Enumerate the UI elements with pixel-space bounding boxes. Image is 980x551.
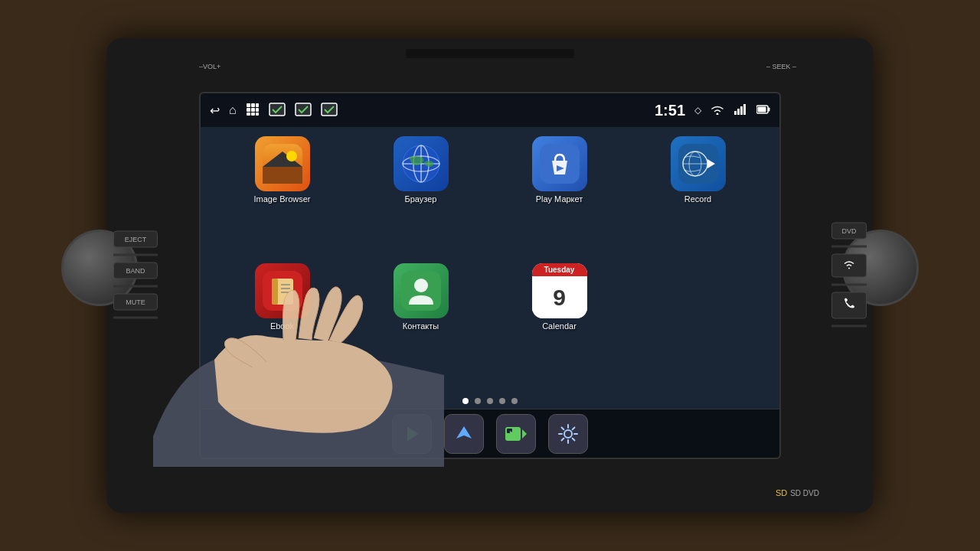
page-dot-4[interactable] — [499, 398, 505, 404]
svg-rect-15 — [740, 106, 743, 115]
svg-point-44 — [414, 279, 428, 292]
svg-rect-6 — [247, 112, 250, 116]
app-contacts-icon — [394, 263, 449, 318]
diamond-icon: ◇ — [694, 105, 701, 116]
calendar-day-name: Tuesday — [532, 263, 587, 276]
svg-rect-13 — [734, 111, 737, 115]
dock-settings-button[interactable] — [548, 414, 588, 454]
app-contacts[interactable]: Контакты — [354, 263, 487, 384]
svg-rect-3 — [247, 108, 250, 112]
app-browser[interactable]: Браузер — [354, 136, 487, 257]
page-dot-1[interactable] — [462, 398, 469, 404]
svg-rect-21 — [263, 167, 302, 184]
left-panel: EJECT BAND MUTE — [113, 231, 158, 321]
app-ebook[interactable]: Ebook — [216, 263, 348, 384]
vol-label: –VOL+ — [199, 63, 220, 70]
dvd-button[interactable]: DVD — [831, 223, 867, 240]
svg-rect-14 — [737, 109, 740, 115]
app-record-label: Record — [684, 194, 711, 204]
svg-rect-11 — [322, 103, 337, 116]
car-unit: –VOL+ – SEEK – EJECT BAND MUTE DVD ↩ ⌂ — [107, 38, 873, 513]
svg-marker-45 — [407, 427, 419, 441]
app-image-browser-label: Image Browser — [254, 194, 311, 204]
task1-button[interactable] — [269, 103, 286, 119]
svg-rect-5 — [256, 108, 259, 112]
mute-button[interactable]: MUTE — [113, 294, 158, 311]
screen: ↩ ⌂ — [199, 92, 781, 459]
svg-rect-0 — [247, 103, 250, 107]
dvd-label: SD DVD — [790, 489, 819, 497]
calendar-day-num: 9 — [532, 276, 587, 318]
page-dot-3[interactable] — [487, 398, 493, 404]
page-dot-2[interactable] — [475, 398, 481, 404]
app-calendar-icon: Tuesday 9 — [532, 263, 587, 318]
svg-rect-10 — [296, 103, 311, 116]
svg-rect-2 — [256, 103, 259, 107]
app-area: Image Browser — [201, 127, 779, 409]
svg-point-12 — [717, 112, 719, 115]
svg-marker-48 — [522, 429, 527, 439]
wifi-button[interactable] — [831, 254, 867, 278]
battery-icon — [756, 105, 770, 116]
app-record[interactable]: Record — [632, 136, 764, 257]
dock-play-button[interactable] — [392, 414, 432, 454]
right-panel: DVD — [831, 223, 867, 329]
svg-point-51 — [564, 430, 572, 438]
svg-rect-16 — [743, 104, 746, 115]
task3-button[interactable] — [321, 103, 338, 119]
top-slot — [406, 49, 574, 58]
sd-icon: SD — [776, 488, 787, 497]
bottom-label: SD SD DVD — [776, 488, 819, 497]
svg-rect-8 — [256, 112, 259, 116]
grid-button[interactable] — [246, 103, 260, 119]
svg-rect-19 — [758, 106, 766, 112]
band-button[interactable]: BAND — [113, 262, 158, 279]
app-browser-label: Браузер — [405, 194, 437, 204]
app-empty — [632, 263, 764, 384]
app-ebook-icon — [255, 263, 310, 318]
app-play-market-label: Play Маркет — [536, 194, 583, 204]
dock-video-button[interactable] — [496, 414, 536, 454]
phone-button[interactable] — [831, 292, 867, 319]
app-calendar[interactable]: Tuesday 9 Calendar — [493, 263, 626, 384]
svg-rect-18 — [768, 107, 770, 111]
app-image-browser-icon — [255, 136, 310, 191]
svg-rect-9 — [270, 103, 285, 116]
page-dots — [201, 393, 779, 409]
svg-rect-4 — [251, 108, 255, 112]
app-record-icon — [671, 136, 726, 191]
bottom-dock — [201, 409, 779, 458]
svg-rect-39 — [272, 279, 278, 305]
app-image-browser[interactable]: Image Browser — [216, 136, 348, 257]
status-bar: ↩ ⌂ — [201, 93, 779, 127]
wifi-icon — [710, 104, 724, 117]
app-browser-icon — [394, 136, 449, 191]
dock-nav-button[interactable] — [444, 414, 484, 454]
app-play-market-icon — [532, 136, 587, 191]
page-dot-5[interactable] — [511, 398, 518, 404]
app-contacts-label: Контакты — [403, 321, 439, 331]
svg-marker-46 — [456, 426, 472, 439]
svg-rect-1 — [251, 103, 255, 107]
app-play-market[interactable]: Play Маркет — [493, 136, 626, 257]
seek-label: – SEEK – — [766, 63, 796, 70]
eject-button[interactable]: EJECT — [113, 231, 158, 248]
back-button[interactable]: ↩ — [210, 103, 220, 118]
clock: 1:51 — [655, 102, 685, 119]
signal-icon — [733, 104, 747, 117]
app-grid: Image Browser — [201, 127, 779, 393]
app-calendar-label: Calendar — [542, 321, 577, 331]
svg-rect-7 — [251, 112, 255, 116]
svg-point-23 — [286, 151, 297, 161]
home-button[interactable]: ⌂ — [229, 103, 237, 117]
task2-button[interactable] — [295, 103, 312, 119]
app-ebook-label: Ebook — [270, 321, 294, 331]
